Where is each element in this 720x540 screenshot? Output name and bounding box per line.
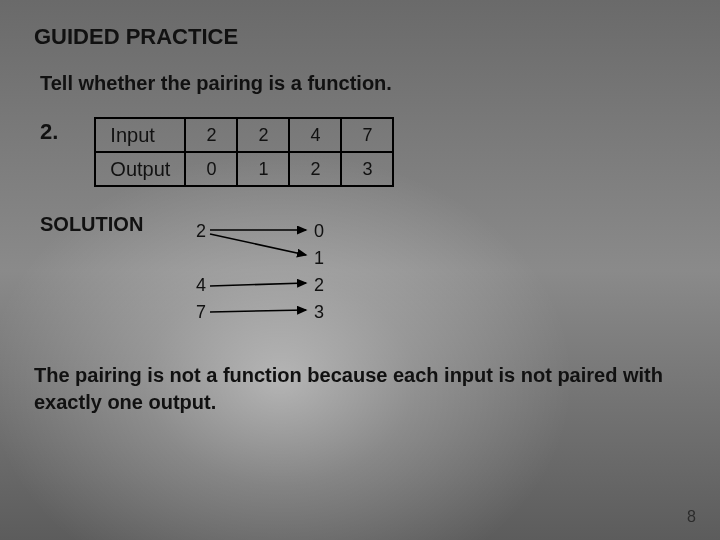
- arrow-icon: [210, 283, 306, 286]
- table-row: Input 2 2 4 7: [95, 118, 393, 152]
- io-table: Input 2 2 4 7 Output 0 1 2 3: [94, 117, 394, 187]
- input-cell: 2: [185, 118, 237, 152]
- output-cell: 3: [341, 152, 393, 186]
- table-row: Output 0 1 2 3: [95, 152, 393, 186]
- input-cell: 7: [341, 118, 393, 152]
- arrow-icon: [210, 234, 306, 255]
- output-cell: 0: [185, 152, 237, 186]
- output-cell: 1: [237, 152, 289, 186]
- mapping-left-column: 2 4 7: [196, 218, 206, 326]
- question-number: 2.: [40, 117, 58, 143]
- row-label-input: Input: [95, 118, 185, 152]
- slide: GUIDED PRACTICE Tell whether the pairing…: [0, 0, 720, 540]
- input-cell: 4: [289, 118, 341, 152]
- map-left-value: 4: [196, 272, 206, 299]
- mapping-arrows: [210, 220, 320, 340]
- prompt-text: Tell whether the pairing is a function.: [40, 72, 686, 95]
- conclusion-text: The pairing is not a function because ea…: [34, 362, 686, 416]
- row-label-output: Output: [95, 152, 185, 186]
- section-heading: GUIDED PRACTICE: [34, 24, 686, 50]
- input-cell: 2: [237, 118, 289, 152]
- arrow-icon: [210, 310, 306, 312]
- map-left-value: 2: [196, 218, 206, 245]
- page-number: 8: [687, 508, 696, 526]
- mapping-diagram: 2 4 7 0 1 2 3: [196, 218, 456, 338]
- output-cell: 2: [289, 152, 341, 186]
- question-row: 2. Input 2 2 4 7 Output 0 1 2 3: [40, 117, 686, 187]
- map-left-value: 7: [196, 299, 206, 326]
